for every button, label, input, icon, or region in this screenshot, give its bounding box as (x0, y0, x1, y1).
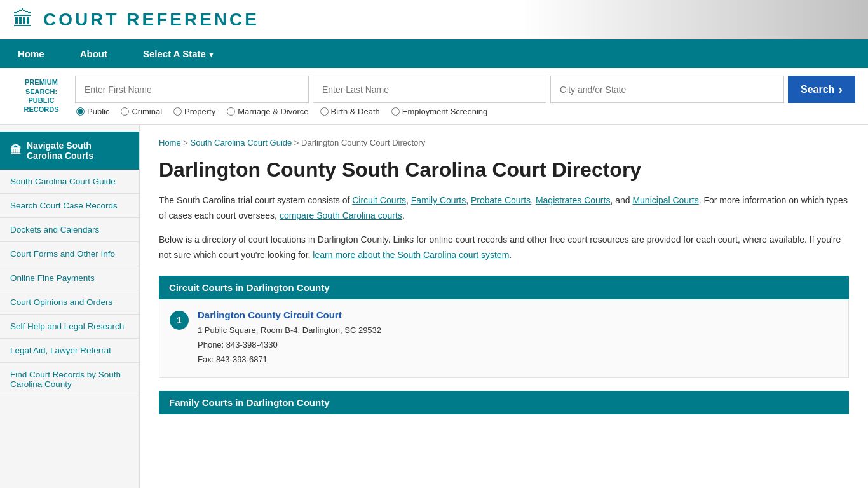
link-compare-courts[interactable]: compare South Carolina courts (280, 210, 402, 220)
last-name-input[interactable] (313, 76, 546, 103)
logo-text: COURT REFERENCE (43, 10, 259, 30)
nav-select-state[interactable]: Select A State (125, 39, 233, 68)
radio-criminal[interactable]: Criminal (121, 107, 162, 116)
intro-paragraph-1: The South Carolina trial court system co… (159, 193, 849, 224)
nav-about[interactable]: About (62, 39, 125, 68)
city-state-input[interactable] (550, 76, 784, 103)
link-magistrates-courts[interactable]: Magistrates Courts (536, 195, 610, 205)
first-name-input[interactable] (75, 76, 309, 103)
sidebar-item-sc-court-guide[interactable]: South Carolina Court Guide (0, 170, 139, 194)
court-phone-1: Phone: 843-398-4330 (198, 337, 838, 352)
main-wrapper: 🏛 Navigate South Carolina Courts South C… (0, 125, 868, 488)
nav-home[interactable]: Home (0, 39, 62, 68)
court-fax-1: Fax: 843-393-6871 (198, 352, 838, 367)
court-details-1: Darlington County Circuit Court 1 Public… (198, 309, 838, 367)
court-number-1: 1 (170, 311, 189, 330)
radio-marriage[interactable]: Marriage & Divorce (227, 107, 308, 116)
link-learn-more[interactable]: learn more about the South Carolina cour… (313, 250, 509, 260)
radio-employment[interactable]: Employment Screening (391, 107, 487, 116)
sidebar-item-fine-payments[interactable]: Online Fine Payments (0, 266, 139, 290)
breadcrumb-guide[interactable]: South Carolina Court Guide (191, 138, 292, 147)
search-inputs-container: Search Public Criminal Property Marriage… (75, 76, 855, 116)
breadcrumb-home[interactable]: Home (159, 138, 181, 147)
court-name-1[interactable]: Darlington County Circuit Court (198, 309, 838, 320)
sidebar-item-legal-aid[interactable]: Legal Aid, Lawyer Referral (0, 339, 139, 363)
breadcrumb-current: Darlington County Court Directory (301, 138, 425, 147)
sidebar-item-find-records[interactable]: Find Court Records by South Carolina Cou… (0, 363, 139, 396)
sidebar-item-search-court[interactable]: Search Court Case Records (0, 194, 139, 218)
breadcrumb: Home > South Carolina Court Guide > Darl… (159, 138, 849, 147)
sidebar-active-item[interactable]: 🏛 Navigate South Carolina Courts (0, 132, 139, 170)
radio-public[interactable]: Public (76, 107, 109, 116)
link-family-courts[interactable]: Family Courts (411, 195, 466, 205)
search-radio-group: Public Criminal Property Marriage & Divo… (75, 107, 855, 116)
family-courts-header: Family Courts in Darlington County (159, 391, 849, 414)
search-section: PREMIUM SEARCH: PUBLIC RECORDS Search Pu… (0, 68, 868, 125)
sidebar-item-opinions[interactable]: Court Opinions and Orders (0, 290, 139, 315)
link-circuit-courts[interactable]: Circuit Courts (352, 195, 406, 205)
main-content: Home > South Carolina Court Guide > Darl… (140, 125, 868, 488)
page-title: Darlington County South Carolina Court D… (159, 158, 849, 182)
radio-birth[interactable]: Birth & Death (320, 107, 380, 116)
sidebar-item-court-forms[interactable]: Court Forms and Other Info (0, 242, 139, 266)
radio-property[interactable]: Property (173, 107, 215, 116)
sidebar: 🏛 Navigate South Carolina Courts South C… (0, 125, 140, 488)
nav-icon: 🏛 (10, 144, 22, 158)
search-label: PREMIUM SEARCH: PUBLIC RECORDS (13, 78, 70, 114)
site-header: 🏛 COURT REFERENCE (0, 0, 868, 39)
search-button[interactable]: Search (788, 76, 855, 103)
search-inputs-row: Search (75, 76, 855, 103)
sidebar-item-self-help[interactable]: Self Help and Legal Research (0, 315, 139, 339)
court-address-1: 1 Public Square, Room B-4, Darlington, S… (198, 323, 838, 337)
circuit-courts-header: Circuit Courts in Darlington County (159, 276, 849, 299)
circuit-court-item-1: 1 Darlington County Circuit Court 1 Publ… (159, 299, 849, 378)
link-municipal-courts[interactable]: Municipal Courts (632, 195, 698, 205)
sidebar-item-dockets[interactable]: Dockets and Calendars (0, 218, 139, 242)
link-probate-courts[interactable]: Probate Courts (471, 195, 531, 205)
navbar: Home About Select A State (0, 39, 868, 68)
logo-icon: 🏛 (13, 8, 33, 31)
intro-paragraph-2: Below is a directory of court locations … (159, 233, 849, 263)
